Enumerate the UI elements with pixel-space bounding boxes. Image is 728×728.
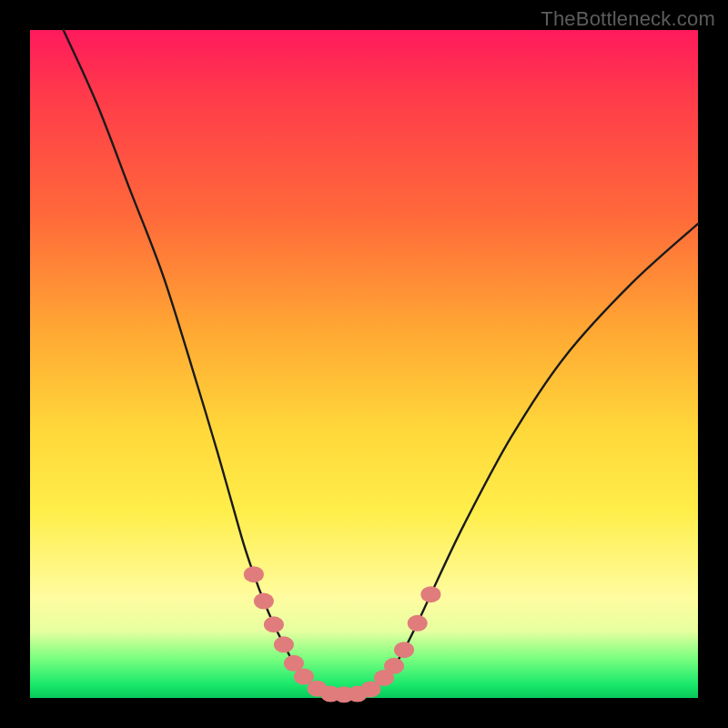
curve-marker: [244, 566, 264, 582]
curve-marker: [254, 593, 274, 610]
curve-marker: [274, 636, 294, 652]
curve-marker: [394, 642, 414, 658]
bottleneck-curve: [64, 30, 698, 694]
curve-marker: [264, 616, 284, 632]
curve-marker: [420, 586, 440, 602]
curve-marker: [384, 658, 404, 674]
curve-marker: [408, 615, 428, 632]
plot-area: [30, 30, 698, 698]
chart-svg: [30, 30, 698, 698]
watermark-text: TheBottleneck.com: [541, 7, 715, 31]
chart-frame: TheBottleneck.com: [0, 0, 728, 728]
